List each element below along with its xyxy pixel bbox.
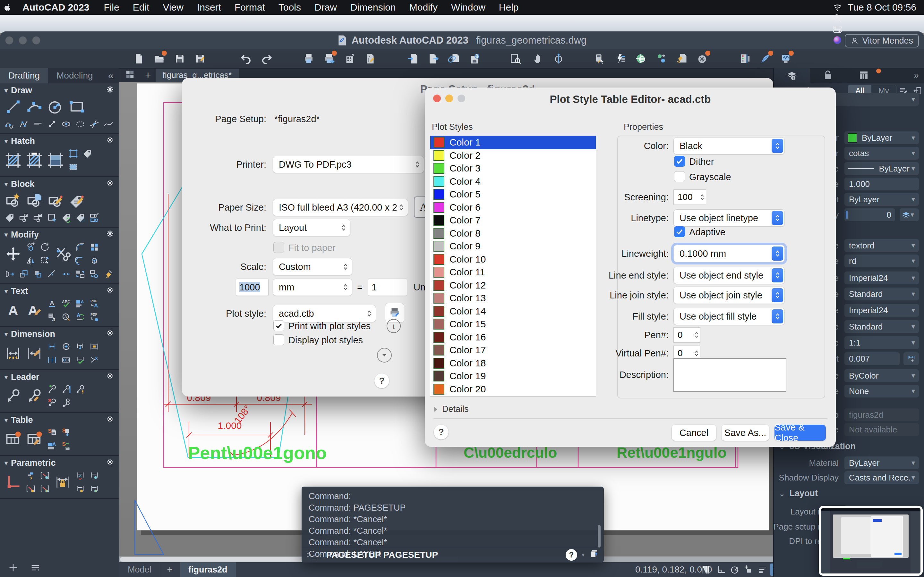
- open-file-icon[interactable]: [149, 51, 170, 66]
- menu-view[interactable]: View: [156, 2, 190, 13]
- screening-field[interactable]: 100: [674, 189, 706, 205]
- menu-modify[interactable]: Modify: [403, 2, 444, 13]
- plot-style-row[interactable]: Color 11: [430, 266, 596, 279]
- hatch-icon[interactable]: [3, 150, 24, 171]
- plot-style-row[interactable]: Color 18: [430, 357, 596, 370]
- leader-bolt-icon[interactable]: [73, 383, 87, 396]
- polar-icon[interactable]: [729, 564, 741, 576]
- plot-style-row[interactable]: Color 9: [430, 240, 596, 253]
- dim-tolerance-icon[interactable]: .1: [59, 353, 73, 367]
- edit-attribute-icon[interactable]: [66, 190, 87, 211]
- ellipse-icon[interactable]: [59, 117, 73, 131]
- polyarc-icon[interactable]: [3, 117, 17, 131]
- line-join-style-select[interactable]: Use object join style: [674, 287, 785, 304]
- ortho-icon[interactable]: [715, 564, 728, 576]
- scale-unit-select[interactable]: mm: [273, 279, 352, 296]
- mirror-icon[interactable]: [24, 254, 38, 268]
- attach-icon[interactable]: [444, 51, 464, 66]
- color-select[interactable]: Black: [674, 137, 785, 155]
- property-select-material[interactable]: ByLayer▾: [845, 456, 919, 469]
- grayscale-checkbox[interactable]: [674, 171, 685, 182]
- panel-gear-icon[interactable]: [106, 136, 114, 147]
- arc-icon[interactable]: [24, 96, 45, 117]
- property-select-color[interactable]: ByLayer▾: [845, 131, 919, 144]
- attribute-display-icon[interactable]: [17, 211, 31, 224]
- undo-icon[interactable]: [236, 51, 256, 66]
- rect-scale-icon[interactable]: [31, 268, 45, 281]
- find-text-icon[interactable]: A: [59, 310, 73, 324]
- redo-icon[interactable]: [256, 51, 277, 66]
- box-3d-icon[interactable]: [87, 254, 102, 268]
- table-icon[interactable]: [3, 429, 24, 450]
- table-cells-icon[interactable]: A: [45, 439, 59, 453]
- panel-gear-icon[interactable]: [106, 85, 114, 96]
- text-icon[interactable]: A: [3, 300, 24, 321]
- save-as-button[interactable]: Save As...: [722, 425, 769, 441]
- plot-style-select[interactable]: acad.ctb: [273, 305, 376, 322]
- paper-grid-icon[interactable]: [699, 564, 712, 576]
- batch-plot-icon[interactable]: [319, 51, 339, 66]
- property-select-layer[interactable]: cotas▾: [845, 147, 919, 160]
- dim-check-icon[interactable]: [73, 353, 87, 367]
- transparency-field[interactable]: 0: [845, 208, 895, 221]
- table-download-icon[interactable]: S: [59, 426, 73, 439]
- tab-modeling[interactable]: Modeling: [48, 68, 102, 83]
- leader-icon[interactable]: [3, 386, 24, 407]
- pdf-tools-icon[interactable]: PDF: [87, 310, 102, 324]
- rectangle-icon[interactable]: [66, 96, 87, 117]
- table-export-icon[interactable]: S: [45, 426, 59, 439]
- offset-icon[interactable]: [73, 254, 87, 268]
- constraint-all-icon[interactable]: [38, 482, 52, 496]
- lineweight-select[interactable]: 0.1000 mm: [674, 245, 785, 262]
- broom-icon[interactable]: [102, 268, 115, 281]
- details-disclosure[interactable]: Details: [433, 404, 469, 414]
- dim-ruler-icon[interactable]: [87, 340, 102, 353]
- zoom-window-control-icon[interactable]: [32, 36, 40, 45]
- control-center-icon[interactable]: [830, 24, 845, 35]
- plot-style-row[interactable]: Color 8: [430, 227, 596, 240]
- command-copy-icon[interactable]: [589, 549, 604, 561]
- line-icon[interactable]: [3, 96, 24, 117]
- menu-app-name[interactable]: AutoCAD 2023: [15, 2, 97, 13]
- polyline-icon[interactable]: [17, 117, 31, 131]
- join-icon[interactable]: [59, 268, 73, 281]
- menu-insert[interactable]: Insert: [190, 2, 228, 13]
- property-select-linetype[interactable]: ByLayer▾: [845, 162, 919, 175]
- plot-style-row[interactable]: Color 19: [430, 370, 596, 383]
- system-monitor-icon[interactable]: [776, 51, 796, 66]
- plot-style-row[interactable]: Color 1: [430, 136, 596, 149]
- trim-icon[interactable]: [52, 243, 73, 264]
- dim-refresh-icon[interactable]: [73, 469, 87, 482]
- boundary-icon[interactable]: [66, 147, 80, 160]
- user-account-button[interactable]: Vitor Mendes: [845, 34, 919, 47]
- command-scrollbar[interactable]: [598, 525, 601, 548]
- spline-icon[interactable]: [102, 117, 115, 131]
- create-block-icon[interactable]: [24, 190, 45, 211]
- purge-icon[interactable]: [672, 51, 692, 66]
- hatch-annotative-icon[interactable]: [24, 150, 45, 171]
- replace-icon[interactable]: [87, 268, 102, 281]
- menu-edit[interactable]: Edit: [126, 2, 156, 13]
- line-end-style-select[interactable]: Use object end style: [674, 267, 785, 284]
- measure-line-icon[interactable]: [45, 117, 59, 131]
- description-textarea[interactable]: [674, 358, 787, 392]
- add-icon[interactable]: [8, 562, 19, 574]
- plot-style-row[interactable]: Color 7: [430, 214, 596, 227]
- what-to-print-select[interactable]: Layout: [273, 219, 351, 236]
- menu-window[interactable]: Window: [444, 2, 492, 13]
- constraint-show-icon[interactable]: [38, 469, 52, 482]
- array-icon[interactable]: [87, 240, 102, 254]
- command-line-panel[interactable]: Command:Command: PAGESETUPCommand: *Canc…: [302, 487, 604, 562]
- sync-attributes-icon[interactable]: [59, 211, 73, 224]
- display-plot-styles-checkbox[interactable]: [273, 334, 284, 345]
- plot-editor-help-button[interactable]: ?: [434, 425, 449, 440]
- coincident-icon[interactable]: [3, 472, 24, 493]
- properties-palette-icon[interactable]: [590, 51, 610, 66]
- spell-check-icon[interactable]: ABC: [59, 297, 73, 310]
- printer-select[interactable]: DWG To PDF.pc3: [273, 156, 424, 173]
- swap-icon[interactable]: [73, 268, 87, 281]
- property-select-plot-style-table[interactable]: None▾: [845, 385, 919, 398]
- plot-style-row[interactable]: Color 6: [430, 201, 596, 214]
- save-icon[interactable]: [170, 51, 190, 66]
- linetype-select[interactable]: Use object linetype: [674, 210, 785, 227]
